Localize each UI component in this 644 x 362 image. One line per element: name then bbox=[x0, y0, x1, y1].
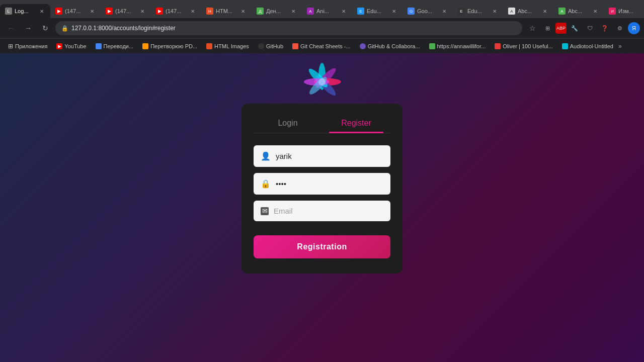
bookmark-audiotool[interactable]: Audiotool·Untitled bbox=[558, 42, 617, 51]
login-tab[interactable]: Login bbox=[254, 114, 322, 133]
bookmark-label: https://annawillifor... bbox=[437, 43, 486, 49]
bookmark-label: Приложения bbox=[15, 43, 47, 49]
password-lock-icon: 🔒 bbox=[261, 179, 271, 189]
bookmark-github-collab[interactable]: GitHub & Collabora... bbox=[356, 42, 424, 51]
address-bar[interactable]: 🔒 127.0.0.1:8000/accounts/login#register bbox=[55, 21, 522, 35]
tab-edu1[interactable]: E Edu... ✕ bbox=[352, 4, 403, 18]
tab-1[interactable]: ▶ (147... ✕ bbox=[50, 4, 101, 18]
browser-chrome: L Log... ✕ ▶ (147... ✕ ▶ (147... ✕ ▶ (14… bbox=[0, 0, 644, 53]
username-input[interactable] bbox=[276, 152, 383, 160]
tab-htm[interactable]: H HTM... ✕ bbox=[201, 4, 252, 18]
bookmark-github[interactable]: GitHub bbox=[254, 42, 287, 51]
refresh-button[interactable]: ↻ bbox=[38, 21, 52, 35]
page-content: Login Register 👤 🔒 ✉ Registration bbox=[0, 53, 644, 362]
extension-4[interactable]: ❓ bbox=[598, 21, 612, 35]
password-input[interactable] bbox=[276, 179, 383, 188]
bookmark-anna[interactable]: https://annawillifor... bbox=[425, 42, 490, 51]
forward-button[interactable]: → bbox=[21, 21, 35, 35]
tab-close-button[interactable]: ✕ bbox=[239, 8, 247, 15]
tab-favicon: ▶ bbox=[55, 8, 62, 15]
tab-label: (147... bbox=[115, 8, 131, 14]
tab-bar: L Log... ✕ ▶ (147... ✕ ▶ (147... ✕ ▶ (14… bbox=[0, 0, 644, 18]
tab-favicon: И bbox=[609, 8, 616, 15]
bookmark-youtube[interactable]: ▶ YouTube bbox=[52, 42, 90, 51]
tab-favicon: Д bbox=[257, 8, 264, 15]
tab-close-button[interactable]: ✕ bbox=[189, 8, 196, 15]
tab-abc1[interactable]: A Abc... ✕ bbox=[503, 4, 553, 18]
tab-edu2[interactable]: E Edu... ✕ bbox=[453, 4, 503, 18]
svg-point-7 bbox=[318, 78, 326, 85]
bookmark-git-cheat[interactable]: Git Cheat Sheets -... bbox=[288, 42, 355, 51]
tab-goo[interactable]: G Goo... ✕ bbox=[403, 4, 453, 18]
extension-5[interactable]: ⚙ bbox=[613, 21, 627, 35]
bookmark-oliver[interactable]: Oliver | 100 Useful... bbox=[491, 42, 556, 51]
tab-3[interactable]: ▶ (147... ✕ bbox=[151, 4, 201, 18]
tab-favicon: A bbox=[307, 8, 314, 15]
tab-favicon: L bbox=[5, 8, 12, 15]
tab-label: HTM... bbox=[216, 8, 232, 14]
address-text: 127.0.0.1:8000/accounts/login#register bbox=[71, 25, 176, 32]
tab-close-button[interactable]: ✕ bbox=[139, 8, 146, 15]
tab-abc2[interactable]: A Abc... ✕ bbox=[553, 4, 604, 18]
adblock-button[interactable]: ABP bbox=[555, 23, 567, 34]
bookmark-apps[interactable]: ⊞ Приложения bbox=[4, 41, 51, 51]
tab-2[interactable]: ▶ (147... ✕ bbox=[101, 4, 151, 18]
security-lock-icon: 🔒 bbox=[61, 25, 68, 32]
tab-izm[interactable]: И Изм... ✕ bbox=[604, 4, 644, 18]
auth-card: Login Register 👤 🔒 ✉ Registration bbox=[242, 104, 403, 274]
bookmark-label: Git Cheat Sheets -... bbox=[300, 43, 351, 49]
tab-active[interactable]: L Log... ✕ bbox=[0, 4, 50, 18]
tab-label: Goo... bbox=[417, 8, 432, 14]
register-tab[interactable]: Register bbox=[322, 114, 390, 133]
bookmark-translate[interactable]: Переводи... bbox=[92, 42, 138, 51]
bookmark-label: YouTube bbox=[64, 43, 86, 49]
bookmark-html[interactable]: HTML Images bbox=[202, 42, 253, 51]
bookmarks-more[interactable]: » bbox=[618, 43, 622, 50]
tab-close-button[interactable]: ✕ bbox=[38, 8, 45, 15]
bookmark-star-button[interactable]: ☆ bbox=[525, 21, 539, 35]
extension-3[interactable]: 🛡 bbox=[583, 21, 597, 35]
app-logo bbox=[299, 58, 345, 104]
tab-label: Abc... bbox=[568, 8, 582, 14]
tab-close-button[interactable]: ✕ bbox=[89, 8, 96, 15]
navigation-bar: ← → ↻ 🔒 127.0.0.1:8000/accounts/login#re… bbox=[0, 18, 644, 38]
bookmark-pdf[interactable]: Перетворюю PD... bbox=[138, 42, 201, 51]
bookmark-label: Перетворюю PD... bbox=[150, 43, 197, 49]
tab-favicon: E bbox=[357, 8, 364, 15]
user-icon: 👤 bbox=[261, 151, 271, 161]
tab-close-button[interactable]: ✕ bbox=[290, 8, 297, 15]
tab-favicon: H bbox=[206, 8, 213, 15]
tab-close-button[interactable]: ✕ bbox=[592, 8, 599, 15]
tab-label: Log... bbox=[15, 8, 29, 14]
tab-label: Abc... bbox=[518, 8, 532, 14]
extension-2[interactable]: 🔧 bbox=[568, 21, 582, 35]
password-field-container: 🔒 bbox=[254, 173, 390, 195]
back-button[interactable]: ← bbox=[4, 21, 18, 35]
tab-label: (147... bbox=[166, 8, 181, 14]
register-button[interactable]: Registration bbox=[254, 235, 390, 258]
username-field-container: 👤 bbox=[254, 145, 390, 167]
tab-ani[interactable]: A Ani... ✕ bbox=[302, 4, 352, 18]
bookmark-label: Oliver | 100 Useful... bbox=[503, 43, 552, 49]
tab-label: Изм... bbox=[618, 8, 633, 14]
email-icon: ✉ bbox=[261, 207, 269, 215]
extensions-button[interactable]: ⊞ bbox=[540, 21, 554, 35]
profile-button[interactable]: Я bbox=[628, 22, 640, 34]
tab-label: Edu... bbox=[367, 8, 381, 14]
bookmark-label: Audiotool·Untitled bbox=[570, 43, 613, 49]
auth-tabs: Login Register bbox=[254, 114, 390, 133]
email-input[interactable] bbox=[274, 207, 383, 215]
tab-label: Edu... bbox=[467, 8, 482, 14]
tab-close-button[interactable]: ✕ bbox=[491, 8, 498, 15]
tab-close-button[interactable]: ✕ bbox=[642, 8, 644, 15]
tab-favicon: A bbox=[558, 8, 566, 15]
tab-den[interactable]: Д Ден... ✕ bbox=[252, 4, 302, 18]
bookmark-label: HTML Images bbox=[214, 43, 249, 49]
tab-close-button[interactable]: ✕ bbox=[441, 8, 448, 15]
tab-close-button[interactable]: ✕ bbox=[390, 8, 397, 15]
browser-actions: ☆ ⊞ ABP 🔧 🛡 ❓ ⚙ Я bbox=[525, 21, 640, 35]
tab-close-button[interactable]: ✕ bbox=[541, 8, 548, 15]
bookmark-label: Переводи... bbox=[104, 43, 134, 49]
tab-close-button[interactable]: ✕ bbox=[340, 8, 347, 15]
tab-favicon: ▶ bbox=[156, 8, 163, 15]
